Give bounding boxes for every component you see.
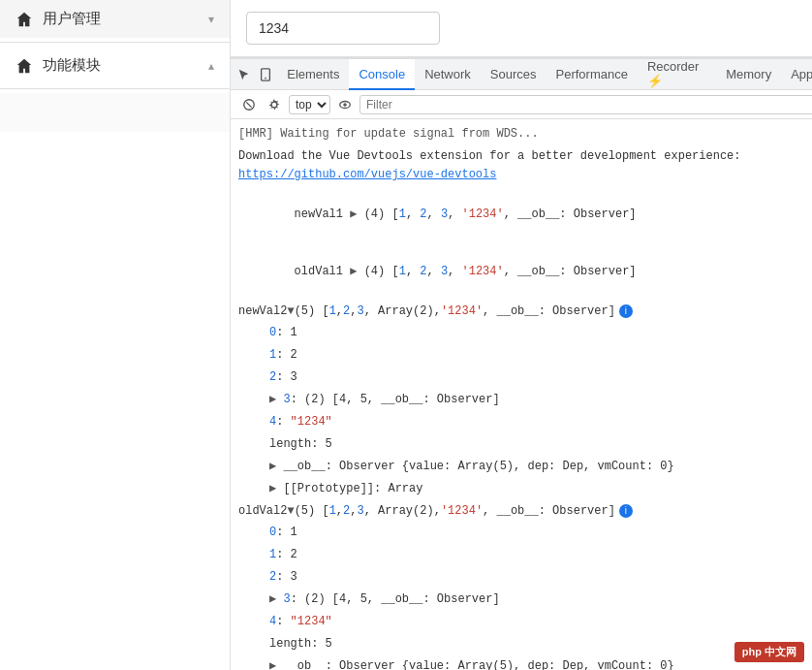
- console-group-header-newval2[interactable]: newVal2 ▼ (5) [1, 2, 3, Array(2), '1234'…: [231, 301, 812, 322]
- chevron-down-icon: ▾: [208, 13, 214, 26]
- list-item: ▶ __ob__: Observer {value: Array(5), dep…: [269, 456, 812, 478]
- context-selector[interactable]: top: [289, 95, 330, 114]
- clear-console-icon[interactable]: [238, 94, 260, 115]
- console-group-body-newval2: 0: 1 1: 2 2: 3 ▶ 3: (2) [4, 5, __ob__: O…: [231, 322, 812, 500]
- console-output: [HMR] Waiting for update signal from WDS…: [231, 119, 812, 670]
- console-line-oldval1: oldVal1 ▶ (4) [1, 2, 3, '1234', __ob__: …: [231, 243, 812, 301]
- chevron-up-icon: ▴: [208, 59, 214, 73]
- sidebar-item-user-management[interactable]: 用户管理 ▾: [0, 0, 230, 38]
- tab-performance[interactable]: Performance: [547, 59, 638, 90]
- list-item: ▶ [[Prototype]]: Array: [269, 478, 812, 500]
- sidebar-submenu-placeholder: [0, 93, 230, 132]
- tab-network[interactable]: Network: [415, 59, 481, 90]
- console-line-url[interactable]: https://github.com/vuejs/vue-devtools: [231, 166, 812, 186]
- expand-arrow-oldval2[interactable]: ▼: [287, 502, 294, 520]
- tab-elements[interactable]: Elements: [277, 59, 349, 90]
- sidebar-divider-2: [0, 88, 230, 89]
- console-group-newval2: newVal2 ▼ (5) [1, 2, 3, Array(2), '1234'…: [231, 301, 812, 500]
- tab-recorder[interactable]: Recorder ⚡: [638, 59, 716, 90]
- tab-memory[interactable]: Memory: [716, 59, 781, 90]
- info-icon-oldval2: i: [619, 504, 633, 518]
- settings-icon[interactable]: [264, 94, 285, 115]
- list-item: ▶ 3: (2) [4, 5, __ob__: Observer]: [269, 589, 812, 611]
- list-item: 2: 3: [269, 367, 812, 389]
- console-group-body-oldval2: 0: 1 1: 2 2: 3 ▶ 3: (2) [4, 5, __ob__: O…: [231, 522, 812, 670]
- sidebar-item-label: 用户管理: [43, 10, 101, 28]
- list-item: 1: 2: [269, 544, 812, 566]
- list-item: 2: 3: [269, 566, 812, 589]
- devtools-panel: Elements Console Network Sources Perform…: [231, 57, 812, 670]
- sidebar: 用户管理 ▾ 功能模块 ▴: [0, 0, 231, 670]
- main-area: Elements Console Network Sources Perform…: [231, 0, 812, 670]
- list-item: length: 5: [269, 433, 812, 456]
- sidebar-item-functions[interactable]: 功能模块 ▴: [0, 47, 230, 84]
- list-item: 4: "1234": [269, 411, 812, 433]
- console-line-hmr: [HMR] Waiting for update signal from WDS…: [231, 123, 812, 145]
- php-badge: php 中文网: [734, 642, 804, 662]
- list-item: 0: 1: [269, 522, 812, 544]
- app-header: [231, 0, 812, 57]
- svg-point-5: [343, 103, 347, 107]
- list-item: ▶ __ob__: Observer {value: Array(5), dep…: [269, 655, 812, 670]
- console-toolbar: top: [231, 90, 812, 119]
- sidebar-item-label-2: 功能模块: [43, 56, 101, 75]
- info-icon-newval2: i: [619, 304, 633, 318]
- devtools-device-icon[interactable]: [256, 63, 275, 86]
- expand-arrow-newval2[interactable]: ▼: [287, 303, 294, 320]
- console-group-oldval2: oldVal2 ▼ (5) [1, 2, 3, Array(2), '1234'…: [231, 500, 812, 670]
- console-line-newval1: newVal1 ▶ (4) [1, 2, 3, '1234', __ob__: …: [231, 186, 812, 243]
- devtools-tab-bar: Elements Console Network Sources Perform…: [231, 59, 812, 90]
- home-icon: [16, 11, 33, 28]
- console-group-header-oldval2[interactable]: oldVal2 ▼ (5) [1, 2, 3, Array(2), '1234'…: [231, 500, 812, 522]
- console-line-download: Download the Vue Devtools extension for …: [231, 145, 812, 166]
- list-item: ▶ 3: (2) [4, 5, __ob__: Observer]: [269, 389, 812, 411]
- sidebar-divider: [0, 42, 230, 43]
- list-item: length: 5: [269, 633, 812, 655]
- tab-console[interactable]: Console: [349, 59, 415, 90]
- list-item: 4: "1234": [269, 611, 812, 633]
- app-input[interactable]: [246, 12, 440, 45]
- list-item: 0: 1: [269, 322, 812, 344]
- devtools-pointer-icon[interactable]: [234, 63, 254, 86]
- home-icon-2: [16, 57, 33, 75]
- svg-line-3: [246, 102, 251, 107]
- tab-sources[interactable]: Sources: [481, 59, 547, 90]
- list-item: 1: 2: [269, 344, 812, 367]
- eye-icon[interactable]: [334, 94, 356, 115]
- filter-input[interactable]: [359, 95, 812, 114]
- tab-application[interactable]: Application: [781, 59, 812, 90]
